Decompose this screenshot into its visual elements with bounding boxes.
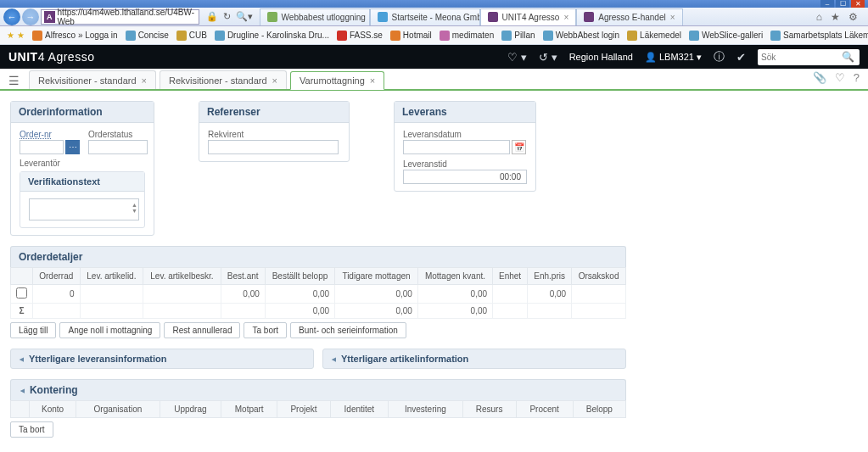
subpanel-verif-title: Verifikationstext — [20, 172, 144, 192]
home-icon[interactable]: ⌂ — [816, 11, 822, 23]
cell[interactable]: 0,00 — [265, 285, 334, 304]
grid-action-button[interactable]: Ange noll i mottagning — [59, 322, 160, 338]
favorites-star-icon[interactable]: ★ — [831, 11, 840, 23]
btn-kont-tabort[interactable]: Ta bort — [10, 421, 53, 438]
calendar-icon[interactable]: 📅 — [512, 140, 526, 154]
tab-close-icon[interactable]: × — [670, 13, 675, 22]
cell[interactable] — [80, 285, 143, 304]
sum-cell — [493, 304, 528, 319]
label-orderstatus: Orderstatus — [88, 130, 148, 139]
favorite-link[interactable]: medimaten — [440, 31, 494, 41]
col-header: Mottagen kvant. — [417, 268, 492, 285]
cell[interactable]: 0,00 — [221, 285, 265, 304]
attachment-icon[interactable]: 📎 — [813, 71, 826, 84]
cell[interactable] — [143, 285, 221, 304]
grid-kontering: KontoOrganisationUppdragMotpartProjektId… — [10, 400, 626, 418]
refresh-icon[interactable]: ↻ — [223, 11, 231, 22]
cell[interactable]: 0,00 — [528, 285, 572, 304]
app-tab[interactable]: Varumottagning× — [290, 71, 384, 90]
favorite-link[interactable]: WebbAbest login — [543, 31, 619, 41]
favorite-link[interactable]: Samarbetsplats Läkemede... — [770, 31, 868, 41]
help-icon[interactable]: ? — [854, 71, 860, 84]
history-icon[interactable]: ↺ ▾ — [539, 51, 557, 64]
browser-tab[interactable]: Agresso E-handel× — [576, 8, 682, 25]
panel-leverans: Leverans Leveransdatum 📅 Leveranstid 00:… — [394, 101, 536, 192]
col-header: Tidigare mottagen — [335, 268, 418, 285]
favorite-link[interactable]: WebSlice-galleri — [689, 31, 763, 41]
section-kontering[interactable]: ▲Kontering — [10, 379, 626, 400]
col-header: Identitet — [330, 401, 389, 418]
tab-close-icon[interactable]: × — [272, 75, 277, 86]
col-header: Best.ant — [221, 268, 265, 285]
app-tab[interactable]: Rekvisitioner - standard× — [29, 70, 156, 89]
heart-icon[interactable]: ♡ ▾ — [507, 51, 527, 64]
col-header: Uppdrag — [160, 401, 221, 418]
browser-tab[interactable]: Webbabest utloggning× — [260, 8, 370, 25]
cell[interactable] — [572, 285, 626, 304]
panel-title: Leverans — [395, 102, 535, 123]
user-menu[interactable]: 👤 LBM321 ▾ — [645, 52, 702, 63]
input-ordernr[interactable] — [20, 140, 64, 154]
favorite-link[interactable]: FASS.se — [337, 31, 383, 41]
col-header: Orderrad — [33, 268, 81, 285]
col-header: Orsakskod — [572, 268, 626, 285]
window-minimize[interactable]: – — [820, 0, 834, 8]
textarea-verif[interactable]: ▲▼ — [29, 198, 139, 220]
favorite-link[interactable]: Pillan — [501, 31, 535, 41]
collapsible-leveransinfo[interactable]: ▲Ytterligare leveransinformation — [10, 349, 314, 369]
search-icon[interactable]: 🔍 — [842, 51, 854, 63]
tab-close-icon[interactable]: × — [142, 75, 147, 86]
search-input[interactable] — [761, 53, 842, 62]
window-close[interactable]: ✕ — [851, 0, 865, 8]
brand-logo: UNIT4 Agresso — [8, 50, 94, 64]
sum-cell — [33, 304, 81, 319]
col-header: Investering — [389, 401, 462, 418]
label-ordernr: Order-nr — [20, 130, 80, 139]
favorite-link[interactable]: Concise — [126, 31, 169, 41]
check-icon[interactable]: ✔ — [736, 51, 746, 64]
app-tab[interactable]: Rekvisitioner - standard× — [160, 70, 287, 89]
tab-close-icon[interactable]: × — [370, 75, 375, 86]
input-levdatum[interactable] — [403, 140, 510, 154]
sum-cell: 0,00 — [335, 304, 418, 319]
grid-action-button[interactable]: Ta bort — [244, 322, 287, 338]
favorite-link[interactable]: CUB — [176, 31, 207, 41]
tab-close-icon[interactable]: × — [563, 13, 568, 22]
section-orderdetaljer: Orderdetaljer — [10, 246, 626, 267]
favorite-icon[interactable]: ♡ — [835, 71, 845, 84]
panel-referenser: Referenser Rekvirent — [199, 101, 350, 162]
cell[interactable] — [493, 285, 528, 304]
cell[interactable]: 0,00 — [417, 285, 492, 304]
sum-cell — [80, 304, 143, 319]
input-levtid[interactable]: 00:00 — [403, 170, 527, 184]
cell[interactable]: 0 — [33, 285, 81, 304]
favorite-link[interactable]: Alfresco » Logga in — [32, 31, 118, 41]
favorite-link[interactable]: Hotmail — [390, 31, 432, 41]
grid-action-button[interactable]: Lägg till — [10, 322, 56, 338]
browser-tab[interactable]: UNIT4 Agresso× — [480, 8, 577, 25]
grid-action-button[interactable]: Bunt- och serieinformation — [290, 322, 406, 338]
cell[interactable]: 0,00 — [335, 285, 418, 304]
forward-button[interactable]: → — [22, 8, 39, 25]
sum-cell — [572, 304, 626, 319]
grid-action-button[interactable]: Rest annullerad — [164, 322, 240, 338]
input-rekvirent[interactable] — [208, 140, 339, 154]
back-button[interactable]: ← — [3, 8, 20, 25]
search-dropdown-icon[interactable]: 🔍▾ — [236, 11, 253, 22]
menu-icon[interactable]: ☰ — [5, 72, 22, 89]
input-orderstatus[interactable] — [88, 140, 148, 154]
sum-cell — [528, 304, 572, 319]
row-checkbox[interactable] — [16, 287, 27, 299]
address-bar[interactable]: A https://u4m4web.lthalland.se/U4BW-Web — [41, 9, 199, 25]
tools-gear-icon[interactable]: ⚙ — [848, 11, 858, 23]
favorite-link[interactable]: Drugline - Karolinska Dru... — [215, 31, 329, 41]
lookup-ordernr-icon[interactable]: ⋯ — [65, 140, 80, 154]
panel-title: Orderinformation — [11, 102, 154, 123]
global-search[interactable]: 🔍 — [758, 49, 860, 65]
favorite-link[interactable]: Läkemedel — [627, 31, 681, 41]
collapsible-artikelinfo[interactable]: ▲Ytterligare artikelinformation — [322, 349, 626, 369]
info-icon[interactable]: ⓘ — [714, 49, 725, 64]
window-maximize[interactable]: ☐ — [836, 0, 849, 8]
browser-tab[interactable]: Startseite - Meona GmbH× — [370, 8, 480, 25]
col-header: Lev. artikelbeskr. — [143, 268, 221, 285]
